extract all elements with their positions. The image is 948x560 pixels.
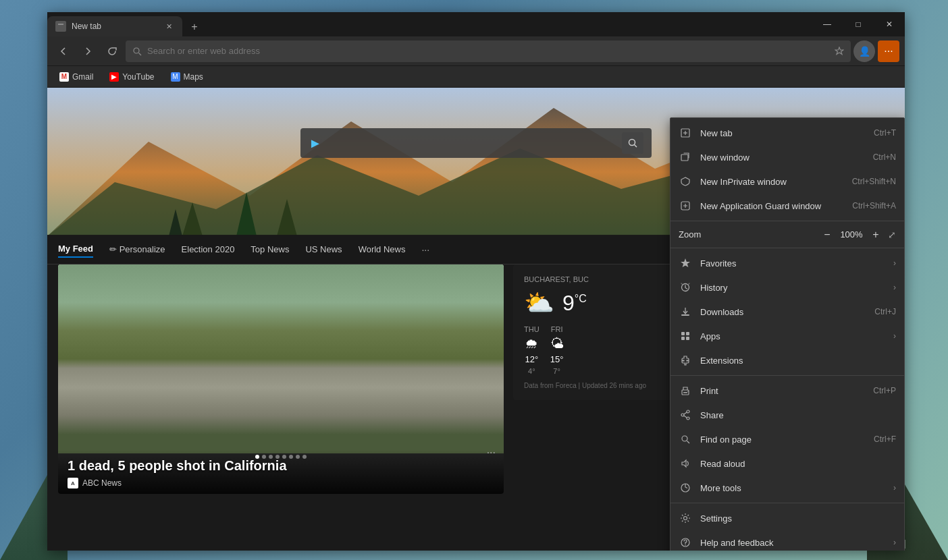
- menu-favorites[interactable]: Favorites ›: [670, 251, 904, 275]
- new-tab-button[interactable]: +: [185, 18, 204, 36]
- tab-us-news[interactable]: US News: [305, 242, 342, 257]
- menu-app-guard[interactable]: New Application Guard window Ctrl+Shift+…: [670, 194, 904, 218]
- svg-line-53: [684, 412, 687, 414]
- tab-bar: New tab ✕ +: [47, 12, 812, 36]
- close-tab-button[interactable]: ✕: [163, 21, 174, 32]
- fav-gmail-label: Gmail: [72, 72, 93, 82]
- bing-search-button[interactable]: [622, 132, 643, 154]
- forecast-day-1: THU 🌧 12° 4°: [524, 325, 539, 375]
- inprivate-icon: [679, 175, 692, 188]
- find-shortcut: Ctrl+F: [874, 435, 896, 444]
- zoom-value: 100%: [837, 229, 866, 240]
- main-news-card[interactable]: ··· 1 dead, 5 people shot in California …: [58, 264, 504, 494]
- tab-world-news[interactable]: World News: [359, 242, 406, 257]
- tab-election[interactable]: Election 2020: [182, 242, 235, 257]
- apps-label: Apps: [700, 331, 888, 341]
- svg-rect-48: [683, 392, 687, 393]
- news-source: A ABC News: [68, 478, 494, 488]
- weather-temperature: 9°C: [562, 291, 587, 316]
- news-tabs-more[interactable]: ···: [421, 244, 429, 255]
- menu-find-on-page[interactable]: Find on page Ctrl+F: [670, 427, 904, 451]
- menu-share[interactable]: Share: [670, 403, 904, 427]
- menu-read-aloud[interactable]: Read aloud: [670, 451, 904, 476]
- favorites-menu-icon: [679, 256, 692, 270]
- new-window-label: New window: [700, 152, 873, 163]
- fav-youtube[interactable]: ▶ YouTube: [105, 71, 158, 83]
- share-icon: [679, 408, 692, 422]
- apps-icon: [679, 329, 692, 343]
- forward-button[interactable]: [77, 40, 99, 62]
- news-more-button[interactable]: ···: [487, 447, 496, 459]
- menu-new-inprivate[interactable]: New InPrivate window Ctrl+Shift+N: [670, 169, 904, 194]
- new-tab-label: New tab: [700, 128, 874, 138]
- menu-extensions[interactable]: Extensions: [670, 348, 904, 372]
- zoom-label: Zoom: [679, 229, 818, 240]
- maximize-button[interactable]: □: [843, 12, 874, 36]
- apps-arrow: ›: [893, 331, 896, 341]
- close-window-button[interactable]: ✕: [874, 12, 905, 36]
- dot-6: [289, 455, 293, 459]
- downloads-label: Downloads: [700, 307, 874, 317]
- print-shortcut: Ctrl+P: [873, 386, 896, 395]
- read-aloud-label: Read aloud: [700, 459, 896, 469]
- menu-new-window[interactable]: New window Ctrl+N: [670, 145, 904, 169]
- address-bar[interactable]: [126, 40, 851, 62]
- forecast-day1-hi: 12°: [525, 354, 538, 364]
- menu-settings[interactable]: Settings: [670, 506, 904, 530]
- toolbar: 👤 ···: [47, 36, 905, 66]
- svg-rect-1: [58, 24, 63, 25]
- bing-search-input[interactable]: [327, 138, 616, 148]
- svg-rect-43: [681, 332, 685, 335]
- window-controls: — □ ✕: [812, 12, 905, 36]
- zoom-out-button[interactable]: −: [818, 225, 837, 244]
- svg-rect-46: [686, 337, 689, 340]
- browser-window: New tab ✕ + — □ ✕: [47, 12, 905, 551]
- menu-new-tab[interactable]: New tab Ctrl+T: [670, 121, 904, 145]
- page-content: ► My Feed ✏ Personalize Election 2020 To…: [47, 88, 905, 551]
- print-icon: [679, 384, 692, 397]
- app-guard-icon: [679, 199, 692, 213]
- menu-help-feedback[interactable]: Help and feedback ›: [670, 530, 904, 551]
- menu-more-tools[interactable]: More tools ›: [670, 476, 904, 500]
- inprivate-label: New InPrivate window: [700, 177, 852, 187]
- svg-line-12: [635, 145, 637, 148]
- menu-print[interactable]: Print Ctrl+P: [670, 379, 904, 403]
- help-label: Help and feedback: [700, 538, 888, 548]
- find-label: Find on page: [700, 435, 874, 445]
- refresh-button[interactable]: [101, 40, 123, 62]
- back-button[interactable]: [53, 40, 74, 62]
- svg-point-57: [684, 517, 687, 520]
- search-icon: [132, 47, 142, 56]
- read-aloud-icon: [679, 457, 692, 470]
- tab-my-feed[interactable]: My Feed: [58, 241, 93, 258]
- menu-section-settings: Settings Help and feedback ›: [670, 503, 904, 551]
- print-label: Print: [700, 386, 873, 396]
- profile-button[interactable]: 👤: [853, 40, 875, 62]
- fav-maps[interactable]: M Maps: [167, 71, 207, 83]
- menu-history[interactable]: History ›: [670, 275, 904, 300]
- svg-point-51: [681, 414, 684, 416]
- help-arrow: ›: [893, 538, 896, 547]
- menu-apps[interactable]: Apps ›: [670, 324, 904, 348]
- tab-personalize[interactable]: ✏ Personalize: [109, 242, 165, 257]
- svg-point-50: [687, 410, 689, 413]
- tab-top-news[interactable]: Top News: [251, 242, 289, 257]
- menu-downloads[interactable]: Downloads Ctrl+J: [670, 300, 904, 324]
- dot-3: [269, 455, 273, 459]
- extensions-label: Extensions: [700, 356, 896, 366]
- settings-menu-button[interactable]: ···: [878, 40, 899, 62]
- favorites-arrow: ›: [893, 258, 896, 268]
- forecast-day2-label: FRI: [551, 325, 563, 333]
- history-icon: [679, 281, 692, 294]
- active-tab[interactable]: New tab ✕: [47, 16, 182, 36]
- fav-gmail[interactable]: M Gmail: [55, 71, 97, 83]
- zoom-expand-button[interactable]: ⤢: [888, 229, 896, 240]
- svg-line-56: [687, 441, 690, 444]
- forecast-day1-icon: 🌧: [525, 336, 538, 352]
- url-input[interactable]: [147, 46, 829, 56]
- minimize-button[interactable]: —: [812, 12, 843, 36]
- svg-rect-45: [681, 337, 685, 340]
- new-window-shortcut: Ctrl+N: [873, 152, 896, 162]
- zoom-in-button[interactable]: +: [866, 225, 885, 244]
- dot-5: [282, 455, 286, 459]
